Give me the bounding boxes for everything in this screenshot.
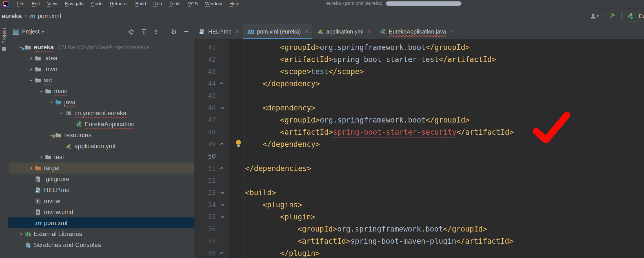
fold-marker-icon[interactable]	[216, 223, 228, 235]
code-area[interactable]: 41 <groupId>org.springframework.boot</gr…	[194, 39, 644, 258]
tree-item-cn-yuchaoit-eureka[interactable]: cn.yuchaoit.eureka	[8, 108, 194, 119]
menu-item-vcs[interactable]: VCS	[184, 0, 201, 8]
menu-item-tools[interactable]: Tools	[166, 0, 184, 8]
code-line-53[interactable]: 53 <build>	[194, 186, 644, 199]
build-hammer-icon[interactable]	[607, 11, 616, 21]
code-line-54[interactable]: 54 <plugins>	[194, 199, 644, 211]
tab-pom-xml-eureka[interactable]: m pom.xml (eureka) ×	[243, 24, 312, 39]
code-line-55[interactable]: 55 <plugin>	[194, 211, 644, 223]
tree-item-mvnw[interactable]: mvnw	[8, 195, 194, 206]
code-line-45[interactable]: 45	[194, 90, 644, 102]
tree-item-pom-xml[interactable]: m pom.xml	[8, 217, 194, 228]
tree-item-main[interactable]: main	[8, 86, 194, 97]
code-line-56[interactable]: 56 <groupId>org.springframework.boot</gr…	[194, 223, 644, 235]
tree-chevron-icon[interactable]	[27, 217, 34, 228]
code-line-48[interactable]: 48 <artifactId>spring-boot-starter-secur…	[194, 126, 644, 138]
chevron-down-icon[interactable]: ▾	[42, 29, 44, 34]
collapse-all-icon[interactable]	[152, 28, 160, 36]
tree-chevron-icon[interactable]	[68, 119, 75, 130]
tree-chevron-icon[interactable]	[47, 97, 55, 108]
code-line-58[interactable]: 58 </plugin>	[194, 247, 644, 258]
code-line-44[interactable]: 44 </dependency>	[194, 77, 644, 90]
tree-item-external-libraries[interactable]: External Libraries	[8, 228, 194, 239]
fold-marker-icon[interactable]	[216, 114, 228, 126]
menu-item-view[interactable]: View	[44, 0, 61, 8]
fold-open-icon[interactable]	[216, 186, 228, 199]
dropdown-caret-icon[interactable]: ▾	[596, 14, 599, 19]
fold-open-icon[interactable]	[216, 199, 228, 211]
tree-item-src[interactable]: src	[8, 75, 194, 86]
tree-chevron-icon[interactable]	[57, 108, 65, 119]
close-icon[interactable]: ×	[450, 28, 454, 35]
tree-chevron-icon[interactable]	[17, 239, 24, 250]
menu-item-build[interactable]: Build	[132, 0, 150, 8]
menu-item-run[interactable]: Run	[150, 0, 166, 8]
tree-item-eurekaapplication[interactable]: EurekaApplication	[8, 119, 194, 130]
code-line-47[interactable]: 47 <groupId>org.springframework.boot</gr…	[194, 114, 644, 126]
fold-marker-icon[interactable]	[216, 174, 228, 186]
fold-close-icon[interactable]	[216, 138, 228, 150]
tree-item-application-yml[interactable]: application.yml	[8, 141, 194, 152]
menu-item-help[interactable]: Help	[226, 0, 243, 8]
code-line-49[interactable]: 49 </dependency>	[194, 138, 644, 150]
menu-item-navigate[interactable]: Navigate	[61, 0, 87, 8]
code-line-50[interactable]: 50	[194, 150, 644, 162]
tree-chevron-icon[interactable]	[17, 228, 24, 239]
tree-item-java[interactable]: java	[8, 97, 194, 108]
code-line-41[interactable]: 41 <groupId>org.springframework.boot</gr…	[194, 41, 644, 53]
tree-chevron-icon[interactable]	[37, 86, 45, 97]
fold-close-icon[interactable]	[216, 162, 228, 174]
toolwindow-stripe-project[interactable]: Project	[1, 28, 7, 44]
close-icon[interactable]: ×	[368, 28, 371, 35]
tab-application-yml[interactable]: application.yml ×	[312, 24, 375, 39]
tree-chevron-icon[interactable]	[27, 195, 34, 206]
fold-marker-icon[interactable]	[216, 53, 228, 65]
tree-item-mvnw-cmd[interactable]: mvnw.cmd	[8, 206, 194, 217]
tree-chevron-icon[interactable]	[27, 184, 34, 195]
toolwindow-square-icon[interactable]	[2, 47, 6, 51]
tree-item-target[interactable]: target	[8, 163, 194, 174]
tree-chevron-icon[interactable]	[37, 152, 45, 163]
tree-item-mvn[interactable]: .mvn	[8, 64, 194, 75]
intention-bulb-icon[interactable]	[236, 140, 241, 148]
tree-item-help-md[interactable]: MD HELP.md	[8, 184, 194, 195]
fold-marker-icon[interactable]	[216, 90, 228, 102]
code-line-46[interactable]: 46 <dependency>	[194, 102, 644, 114]
menu-item-code[interactable]: Code	[87, 0, 106, 8]
tree-chevron-icon[interactable]	[27, 206, 34, 217]
close-icon[interactable]: ×	[305, 28, 308, 35]
hide-panel-icon[interactable]	[182, 28, 190, 36]
tree-chevron-icon[interactable]	[27, 174, 34, 184]
fold-close-icon[interactable]	[216, 247, 228, 258]
fold-close-icon[interactable]	[216, 77, 228, 90]
project-panel-title[interactable]: Project	[22, 28, 39, 35]
close-icon[interactable]: ×	[236, 28, 239, 35]
tree-item-resources[interactable]: resources	[8, 130, 194, 141]
menu-item-edit[interactable]: Edit	[28, 0, 43, 8]
tree-chevron-icon[interactable]	[27, 75, 34, 86]
tab-eurekaapplication-java[interactable]: EurekaApplication.java ×	[375, 24, 458, 39]
tree-chevron-icon[interactable]	[27, 64, 34, 75]
tree-chevron-icon[interactable]	[27, 163, 34, 174]
code-line-43[interactable]: 43 <scope>test</scope>	[194, 65, 644, 77]
fold-open-icon[interactable]	[216, 211, 228, 223]
tree-item-eureka[interactable]: eureka C:\Users\Sylar\IdeaProjects\eurek…	[8, 42, 194, 53]
tree-item-test[interactable]: test	[8, 152, 194, 163]
settings-gear-icon[interactable]: ⚙	[170, 28, 178, 36]
fold-marker-icon[interactable]	[216, 150, 228, 162]
code-line-52[interactable]: 52	[194, 174, 644, 186]
code-line-42[interactable]: 42 <artifactId>spring-boot-starter-test<…	[194, 53, 644, 65]
fold-marker-icon[interactable]	[216, 41, 228, 53]
fold-open-icon[interactable]	[216, 102, 228, 114]
locate-icon[interactable]	[127, 28, 136, 36]
code-line-51[interactable]: 51 </dependencies>	[194, 162, 644, 174]
code-line-57[interactable]: 57 <artifactId>spring-boot-maven-plugin<…	[194, 235, 644, 247]
run-configuration-select[interactable]: Eu	[621, 11, 644, 21]
fold-marker-icon[interactable]	[216, 235, 228, 247]
breadcrumb-file[interactable]: pom.xml	[37, 12, 61, 20]
tab-help-md[interactable]: MD HELP.md ×	[194, 24, 243, 39]
tree-chevron-icon[interactable]	[57, 141, 65, 152]
menu-item-file[interactable]: File	[13, 0, 28, 8]
fold-marker-icon[interactable]	[216, 126, 228, 138]
expand-all-icon[interactable]	[139, 28, 148, 36]
